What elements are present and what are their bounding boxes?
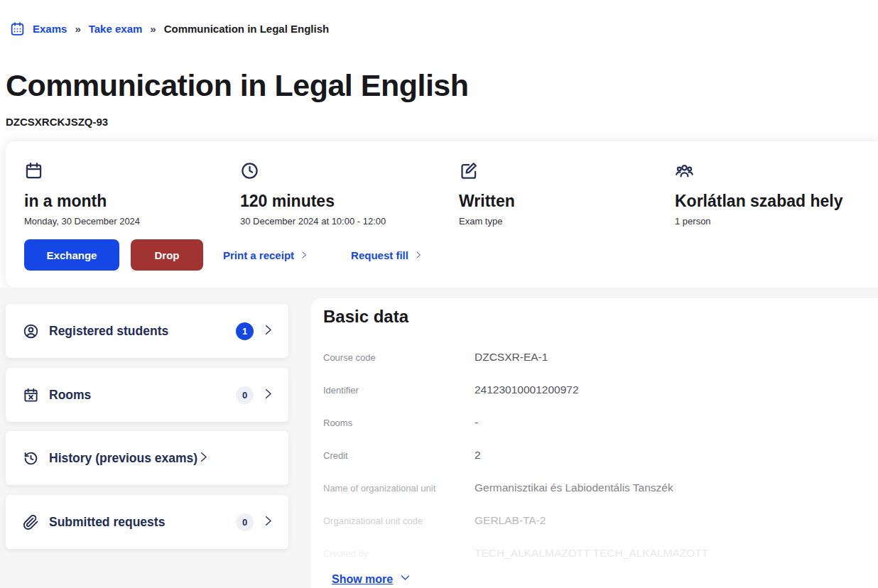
stat-subtitle: Exam type [459,216,672,227]
stat-title: in a month [24,192,237,211]
data-row-org-unit-code: Organizational unit code GERLAB-TA-2 [323,504,864,537]
basic-data-heading: Basic data [323,307,408,327]
clock-icon [240,161,453,180]
row-label: Identifier [323,385,475,396]
user-circle-icon [6,323,39,339]
row-label: Name of organizational unit [323,483,475,494]
data-row-identifier: Identifier 24123010001200972 [323,374,864,406]
people-icon [675,161,878,180]
row-label: Created by [323,548,475,559]
row-label: Rooms [323,418,475,428]
breadcrumb: Exams » Take exam » Communication in Leg… [10,21,329,36]
calendar-icon [10,21,25,36]
breadcrumb-current-page: Communication in Legal English [164,23,330,35]
chevron-right-icon [414,249,423,261]
sidebar-item-registered-students[interactable]: Registered students 1 [6,304,288,358]
basic-data-rows: Course code DZCSXR-EA-1 Identifier 24123… [323,341,864,570]
chevron-right-icon [300,249,308,261]
calendar-x-icon [6,387,39,403]
chevron-right-icon [254,388,288,403]
count-badge: 0 [236,513,254,531]
print-receipt-link[interactable]: Print a receipt [223,249,308,261]
data-row-created-by: Created by TECH_ALKALMAZOTT TECH_ALKALMA… [323,537,864,570]
row-value: DZCSXR-EA-1 [475,351,548,364]
data-row-rooms: Rooms - [323,406,864,439]
exam-actions: Exchange Drop Print a receipt Request fi… [24,239,423,271]
stat-free-places: Korlátlan szabad hely 1 person [675,161,878,227]
history-icon [6,450,39,467]
exam-summary-card: in a month Monday, 30 December 2024 120 … [6,141,878,288]
data-row-org-unit-name: Name of organizational unit Germanisztik… [323,472,864,504]
stat-title: Written [459,192,672,211]
breadcrumb-separator: » [150,23,156,35]
count-badge: 0 [236,386,254,404]
sidebar-item-label: History (previous exams) [49,451,197,466]
pencil-square-icon [459,161,672,180]
row-value: - [475,416,478,429]
request-fill-link[interactable]: Request fill [351,249,423,261]
exam-code: DZCSXRCKJSZQ-93 [6,116,108,128]
breadcrumb-separator: » [75,23,80,35]
basic-data-panel: Basic data Course code DZCSXR-EA-1 Ident… [310,298,878,588]
drop-button[interactable]: Drop [131,239,203,271]
request-fill-label: Request fill [351,249,408,261]
exchange-button[interactable]: Exchange [24,239,119,271]
row-value: 24123010001200972 [475,383,579,396]
data-row-credit: Credit 2 [323,439,864,472]
stat-title: 120 minutes [240,192,453,211]
row-label: Organizational unit code [323,516,475,526]
show-more-label: Show more [332,573,393,586]
row-value: 2 [475,449,481,462]
page-title: Communication in Legal English [6,68,469,103]
stat-exam-type: Written Exam type [459,161,672,227]
row-label: Course code [323,352,475,363]
sidebar-item-label: Submitted requests [49,515,165,530]
paperclip-icon [6,514,39,530]
row-value: TECH_ALKALMAZOTT TECH_ALKALMAZOTT [475,547,708,560]
print-receipt-label: Print a receipt [223,249,294,261]
count-badge: 1 [236,322,254,340]
data-row-course-code: Course code DZCSXR-EA-1 [323,341,864,374]
row-value: GERLAB-TA-2 [475,514,546,527]
sidebar-item-label: Registered students [49,324,168,339]
stat-exam-date: in a month Monday, 30 December 2024 [24,161,237,227]
breadcrumb-exams[interactable]: Exams [33,23,67,35]
sidebar-item-submitted-requests[interactable]: Submitted requests 0 [6,495,288,549]
chevron-right-icon [197,451,224,466]
stat-duration: 120 minutes 30 December 2024 at 10:00 - … [240,161,453,227]
row-label: Credit [323,450,475,461]
stat-subtitle: Monday, 30 December 2024 [24,216,237,227]
chevron-right-icon [254,515,288,530]
show-more-link[interactable]: Show more [332,572,411,586]
chevron-right-icon [254,324,288,339]
stat-subtitle: 1 person [675,216,878,227]
sidebar-item-label: Rooms [49,388,91,403]
breadcrumb-take-exam[interactable]: Take exam [89,23,143,35]
calendar-icon [24,161,237,180]
sidebar-item-rooms[interactable]: Rooms 0 [6,368,288,422]
sidebar-item-history[interactable]: History (previous exams) [6,431,288,485]
chevron-down-icon [400,572,411,586]
stat-subtitle: 30 December 2024 at 10:00 - 12:00 [240,216,453,227]
row-value: Germanisztikai és Labiodentális Tanszék [475,481,673,494]
stat-title: Korlátlan szabad hely [675,192,878,211]
